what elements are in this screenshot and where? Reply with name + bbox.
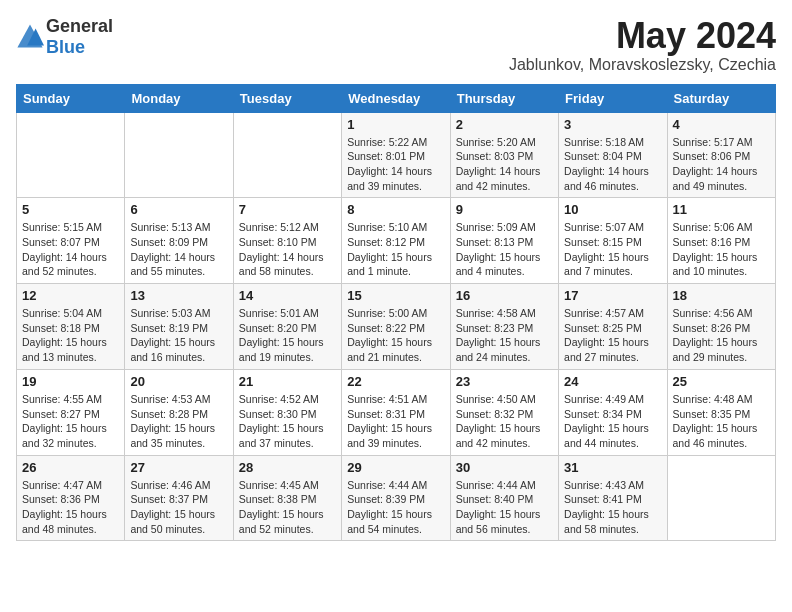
day-number: 19 xyxy=(22,374,119,389)
day-number: 31 xyxy=(564,460,661,475)
calendar-cell: 13Sunrise: 5:03 AM Sunset: 8:19 PM Dayli… xyxy=(125,284,233,370)
day-number: 6 xyxy=(130,202,227,217)
day-number: 30 xyxy=(456,460,553,475)
calendar-cell: 5Sunrise: 5:15 AM Sunset: 8:07 PM Daylig… xyxy=(17,198,125,284)
day-number: 21 xyxy=(239,374,336,389)
day-info: Sunrise: 5:09 AM Sunset: 8:13 PM Dayligh… xyxy=(456,220,553,279)
day-number: 18 xyxy=(673,288,770,303)
day-info: Sunrise: 4:56 AM Sunset: 8:26 PM Dayligh… xyxy=(673,306,770,365)
day-number: 5 xyxy=(22,202,119,217)
location-title: Jablunkov, Moravskoslezsky, Czechia xyxy=(509,56,776,74)
day-info: Sunrise: 4:44 AM Sunset: 8:40 PM Dayligh… xyxy=(456,478,553,537)
calendar-cell: 8Sunrise: 5:10 AM Sunset: 8:12 PM Daylig… xyxy=(342,198,450,284)
logo: General Blue xyxy=(16,16,113,58)
day-info: Sunrise: 4:55 AM Sunset: 8:27 PM Dayligh… xyxy=(22,392,119,451)
calendar-cell: 29Sunrise: 4:44 AM Sunset: 8:39 PM Dayli… xyxy=(342,455,450,541)
day-info: Sunrise: 5:04 AM Sunset: 8:18 PM Dayligh… xyxy=(22,306,119,365)
day-number: 12 xyxy=(22,288,119,303)
calendar-cell: 11Sunrise: 5:06 AM Sunset: 8:16 PM Dayli… xyxy=(667,198,775,284)
day-info: Sunrise: 5:18 AM Sunset: 8:04 PM Dayligh… xyxy=(564,135,661,194)
calendar-table: SundayMondayTuesdayWednesdayThursdayFrid… xyxy=(16,84,776,542)
calendar-cell: 4Sunrise: 5:17 AM Sunset: 8:06 PM Daylig… xyxy=(667,112,775,198)
day-info: Sunrise: 5:12 AM Sunset: 8:10 PM Dayligh… xyxy=(239,220,336,279)
calendar-cell: 19Sunrise: 4:55 AM Sunset: 8:27 PM Dayli… xyxy=(17,369,125,455)
calendar-cell: 16Sunrise: 4:58 AM Sunset: 8:23 PM Dayli… xyxy=(450,284,558,370)
calendar-cell: 30Sunrise: 4:44 AM Sunset: 8:40 PM Dayli… xyxy=(450,455,558,541)
calendar-week-4: 19Sunrise: 4:55 AM Sunset: 8:27 PM Dayli… xyxy=(17,369,776,455)
day-number: 7 xyxy=(239,202,336,217)
logo-blue: Blue xyxy=(46,37,85,57)
calendar-cell: 28Sunrise: 4:45 AM Sunset: 8:38 PM Dayli… xyxy=(233,455,341,541)
day-number: 26 xyxy=(22,460,119,475)
day-info: Sunrise: 5:15 AM Sunset: 8:07 PM Dayligh… xyxy=(22,220,119,279)
day-number: 3 xyxy=(564,117,661,132)
calendar-cell: 9Sunrise: 5:09 AM Sunset: 8:13 PM Daylig… xyxy=(450,198,558,284)
calendar-cell: 10Sunrise: 5:07 AM Sunset: 8:15 PM Dayli… xyxy=(559,198,667,284)
day-info: Sunrise: 4:48 AM Sunset: 8:35 PM Dayligh… xyxy=(673,392,770,451)
day-info: Sunrise: 5:03 AM Sunset: 8:19 PM Dayligh… xyxy=(130,306,227,365)
calendar-cell: 3Sunrise: 5:18 AM Sunset: 8:04 PM Daylig… xyxy=(559,112,667,198)
calendar-cell xyxy=(125,112,233,198)
logo-icon xyxy=(16,23,44,51)
calendar-cell: 21Sunrise: 4:52 AM Sunset: 8:30 PM Dayli… xyxy=(233,369,341,455)
calendar-cell xyxy=(233,112,341,198)
day-info: Sunrise: 5:01 AM Sunset: 8:20 PM Dayligh… xyxy=(239,306,336,365)
title-block: May 2024 Jablunkov, Moravskoslezsky, Cze… xyxy=(509,16,776,74)
day-of-week-sunday: Sunday xyxy=(17,84,125,112)
day-info: Sunrise: 4:50 AM Sunset: 8:32 PM Dayligh… xyxy=(456,392,553,451)
page-header: General Blue May 2024 Jablunkov, Moravsk… xyxy=(16,16,776,74)
logo-general: General xyxy=(46,16,113,36)
day-number: 20 xyxy=(130,374,227,389)
calendar-week-2: 5Sunrise: 5:15 AM Sunset: 8:07 PM Daylig… xyxy=(17,198,776,284)
calendar-week-5: 26Sunrise: 4:47 AM Sunset: 8:36 PM Dayli… xyxy=(17,455,776,541)
day-number: 1 xyxy=(347,117,444,132)
calendar-cell: 2Sunrise: 5:20 AM Sunset: 8:03 PM Daylig… xyxy=(450,112,558,198)
day-info: Sunrise: 4:43 AM Sunset: 8:41 PM Dayligh… xyxy=(564,478,661,537)
day-number: 29 xyxy=(347,460,444,475)
day-number: 28 xyxy=(239,460,336,475)
day-number: 13 xyxy=(130,288,227,303)
day-info: Sunrise: 4:45 AM Sunset: 8:38 PM Dayligh… xyxy=(239,478,336,537)
day-info: Sunrise: 5:13 AM Sunset: 8:09 PM Dayligh… xyxy=(130,220,227,279)
day-info: Sunrise: 4:44 AM Sunset: 8:39 PM Dayligh… xyxy=(347,478,444,537)
day-info: Sunrise: 4:46 AM Sunset: 8:37 PM Dayligh… xyxy=(130,478,227,537)
month-title: May 2024 xyxy=(509,16,776,56)
calendar-body: 1Sunrise: 5:22 AM Sunset: 8:01 PM Daylig… xyxy=(17,112,776,541)
calendar-cell: 24Sunrise: 4:49 AM Sunset: 8:34 PM Dayli… xyxy=(559,369,667,455)
day-number: 2 xyxy=(456,117,553,132)
calendar-week-1: 1Sunrise: 5:22 AM Sunset: 8:01 PM Daylig… xyxy=(17,112,776,198)
day-number: 24 xyxy=(564,374,661,389)
day-number: 27 xyxy=(130,460,227,475)
calendar-header: SundayMondayTuesdayWednesdayThursdayFrid… xyxy=(17,84,776,112)
day-info: Sunrise: 5:10 AM Sunset: 8:12 PM Dayligh… xyxy=(347,220,444,279)
day-info: Sunrise: 4:47 AM Sunset: 8:36 PM Dayligh… xyxy=(22,478,119,537)
day-info: Sunrise: 4:53 AM Sunset: 8:28 PM Dayligh… xyxy=(130,392,227,451)
calendar-cell: 25Sunrise: 4:48 AM Sunset: 8:35 PM Dayli… xyxy=(667,369,775,455)
calendar-cell: 20Sunrise: 4:53 AM Sunset: 8:28 PM Dayli… xyxy=(125,369,233,455)
day-number: 22 xyxy=(347,374,444,389)
calendar-cell: 22Sunrise: 4:51 AM Sunset: 8:31 PM Dayli… xyxy=(342,369,450,455)
day-of-week-wednesday: Wednesday xyxy=(342,84,450,112)
day-info: Sunrise: 5:00 AM Sunset: 8:22 PM Dayligh… xyxy=(347,306,444,365)
day-info: Sunrise: 4:49 AM Sunset: 8:34 PM Dayligh… xyxy=(564,392,661,451)
calendar-week-3: 12Sunrise: 5:04 AM Sunset: 8:18 PM Dayli… xyxy=(17,284,776,370)
day-info: Sunrise: 4:58 AM Sunset: 8:23 PM Dayligh… xyxy=(456,306,553,365)
day-number: 25 xyxy=(673,374,770,389)
calendar-cell: 17Sunrise: 4:57 AM Sunset: 8:25 PM Dayli… xyxy=(559,284,667,370)
calendar-cell: 23Sunrise: 4:50 AM Sunset: 8:32 PM Dayli… xyxy=(450,369,558,455)
calendar-cell: 14Sunrise: 5:01 AM Sunset: 8:20 PM Dayli… xyxy=(233,284,341,370)
day-number: 11 xyxy=(673,202,770,217)
day-info: Sunrise: 4:52 AM Sunset: 8:30 PM Dayligh… xyxy=(239,392,336,451)
calendar-cell: 26Sunrise: 4:47 AM Sunset: 8:36 PM Dayli… xyxy=(17,455,125,541)
calendar-cell: 27Sunrise: 4:46 AM Sunset: 8:37 PM Dayli… xyxy=(125,455,233,541)
calendar-cell: 31Sunrise: 4:43 AM Sunset: 8:41 PM Dayli… xyxy=(559,455,667,541)
day-number: 4 xyxy=(673,117,770,132)
day-of-week-thursday: Thursday xyxy=(450,84,558,112)
calendar-cell: 18Sunrise: 4:56 AM Sunset: 8:26 PM Dayli… xyxy=(667,284,775,370)
day-number: 17 xyxy=(564,288,661,303)
day-of-week-friday: Friday xyxy=(559,84,667,112)
day-number: 14 xyxy=(239,288,336,303)
day-of-week-saturday: Saturday xyxy=(667,84,775,112)
day-info: Sunrise: 5:07 AM Sunset: 8:15 PM Dayligh… xyxy=(564,220,661,279)
day-info: Sunrise: 5:06 AM Sunset: 8:16 PM Dayligh… xyxy=(673,220,770,279)
